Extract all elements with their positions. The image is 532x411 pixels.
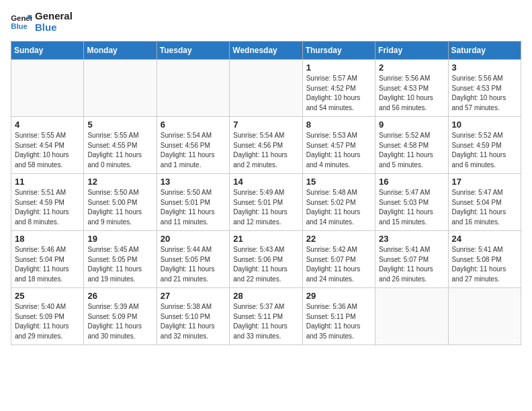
day-number: 15 [306,177,371,187]
day-info: Sunrise: 5:43 AM Sunset: 5:06 PM Dayligh… [233,245,298,284]
day-number: 25 [15,291,80,301]
calendar-cell: 15Sunrise: 5:48 AM Sunset: 5:02 PM Dayli… [302,174,375,231]
calendar-cell: 8Sunrise: 5:53 AM Sunset: 4:57 PM Daylig… [302,117,375,174]
calendar-cell: 7Sunrise: 5:54 AM Sunset: 4:56 PM Daylig… [230,117,302,174]
day-info: Sunrise: 5:55 AM Sunset: 4:55 PM Dayligh… [87,131,152,170]
day-info: Sunrise: 5:53 AM Sunset: 4:57 PM Dayligh… [306,131,371,170]
calendar-cell: 27Sunrise: 5:38 AM Sunset: 5:10 PM Dayli… [157,288,229,345]
day-info: Sunrise: 5:42 AM Sunset: 5:07 PM Dayligh… [306,245,371,284]
page-header: General Blue General Blue [11,11,521,33]
day-number: 10 [452,120,517,130]
logo-icon: General Blue [11,13,32,32]
day-number: 5 [87,120,152,130]
calendar-cell: 9Sunrise: 5:52 AM Sunset: 4:58 PM Daylig… [375,117,448,174]
day-number: 27 [161,291,226,301]
calendar-cell [230,60,302,117]
weekday-header-wednesday: Wednesday [230,42,302,60]
calendar-cell: 13Sunrise: 5:50 AM Sunset: 5:01 PM Dayli… [157,174,229,231]
calendar-table: SundayMondayTuesdayWednesdayThursdayFrid… [11,41,521,345]
day-info: Sunrise: 5:45 AM Sunset: 5:05 PM Dayligh… [87,245,152,284]
day-info: Sunrise: 5:49 AM Sunset: 5:01 PM Dayligh… [233,188,298,227]
day-info: Sunrise: 5:36 AM Sunset: 5:11 PM Dayligh… [306,302,371,341]
day-info: Sunrise: 5:41 AM Sunset: 5:08 PM Dayligh… [452,245,517,284]
calendar-cell: 24Sunrise: 5:41 AM Sunset: 5:08 PM Dayli… [448,231,521,288]
calendar-cell: 5Sunrise: 5:55 AM Sunset: 4:55 PM Daylig… [84,117,157,174]
day-number: 22 [306,234,371,244]
svg-text:Blue: Blue [11,21,28,30]
day-number: 17 [452,177,517,187]
week-row-4: 18Sunrise: 5:46 AM Sunset: 5:04 PM Dayli… [11,231,521,288]
day-number: 26 [87,291,152,301]
calendar-cell: 19Sunrise: 5:45 AM Sunset: 5:05 PM Dayli… [84,231,157,288]
calendar-cell: 1Sunrise: 5:57 AM Sunset: 4:52 PM Daylig… [302,60,375,117]
day-number: 3 [452,62,517,73]
calendar-cell: 16Sunrise: 5:47 AM Sunset: 5:03 PM Dayli… [375,174,448,231]
week-row-2: 4Sunrise: 5:55 AM Sunset: 4:54 PM Daylig… [11,117,521,174]
day-number: 8 [306,120,371,130]
day-info: Sunrise: 5:52 AM Sunset: 4:58 PM Dayligh… [379,131,444,170]
weekday-header-saturday: Saturday [448,42,521,60]
weekday-header-monday: Monday [84,42,157,60]
day-number: 2 [379,62,444,73]
calendar-cell: 22Sunrise: 5:42 AM Sunset: 5:07 PM Dayli… [302,231,375,288]
calendar-cell: 29Sunrise: 5:36 AM Sunset: 5:11 PM Dayli… [302,288,375,345]
day-info: Sunrise: 5:48 AM Sunset: 5:02 PM Dayligh… [306,188,371,227]
day-number: 18 [15,234,80,244]
calendar-cell: 17Sunrise: 5:47 AM Sunset: 5:04 PM Dayli… [448,174,521,231]
day-info: Sunrise: 5:44 AM Sunset: 5:05 PM Dayligh… [161,245,226,284]
week-row-5: 25Sunrise: 5:40 AM Sunset: 5:09 PM Dayli… [11,288,521,345]
calendar-cell: 11Sunrise: 5:51 AM Sunset: 4:59 PM Dayli… [11,174,84,231]
logo: General Blue General Blue [11,11,73,33]
calendar-cell [84,60,157,117]
calendar-cell: 21Sunrise: 5:43 AM Sunset: 5:06 PM Dayli… [230,231,302,288]
day-number: 23 [379,234,444,244]
logo-blue: Blue [35,22,73,34]
calendar-cell: 23Sunrise: 5:41 AM Sunset: 5:07 PM Dayli… [375,231,448,288]
calendar-cell: 18Sunrise: 5:46 AM Sunset: 5:04 PM Dayli… [11,231,84,288]
week-row-3: 11Sunrise: 5:51 AM Sunset: 4:59 PM Dayli… [11,174,521,231]
day-info: Sunrise: 5:38 AM Sunset: 5:10 PM Dayligh… [161,302,226,341]
weekday-header-thursday: Thursday [302,42,375,60]
day-number: 20 [161,234,226,244]
day-number: 9 [379,120,444,130]
calendar-cell [157,60,229,117]
day-info: Sunrise: 5:39 AM Sunset: 5:09 PM Dayligh… [87,302,152,341]
day-number: 7 [233,120,298,130]
day-info: Sunrise: 5:55 AM Sunset: 4:54 PM Dayligh… [15,131,80,170]
calendar-cell: 20Sunrise: 5:44 AM Sunset: 5:05 PM Dayli… [157,231,229,288]
day-number: 12 [87,177,152,187]
day-number: 13 [161,177,226,187]
day-info: Sunrise: 5:54 AM Sunset: 4:56 PM Dayligh… [233,131,298,170]
calendar-cell: 3Sunrise: 5:56 AM Sunset: 4:53 PM Daylig… [448,60,521,117]
day-number: 4 [15,120,80,130]
calendar-cell: 25Sunrise: 5:40 AM Sunset: 5:09 PM Dayli… [11,288,84,345]
calendar-cell: 6Sunrise: 5:54 AM Sunset: 4:56 PM Daylig… [157,117,229,174]
day-number: 19 [87,234,152,244]
calendar-cell: 10Sunrise: 5:52 AM Sunset: 4:59 PM Dayli… [448,117,521,174]
calendar-cell: 26Sunrise: 5:39 AM Sunset: 5:09 PM Dayli… [84,288,157,345]
day-info: Sunrise: 5:46 AM Sunset: 5:04 PM Dayligh… [15,245,80,284]
weekday-header-tuesday: Tuesday [157,42,229,60]
day-info: Sunrise: 5:56 AM Sunset: 4:53 PM Dayligh… [379,74,444,113]
day-info: Sunrise: 5:50 AM Sunset: 5:01 PM Dayligh… [161,188,226,227]
day-number: 6 [161,120,226,130]
day-info: Sunrise: 5:47 AM Sunset: 5:03 PM Dayligh… [379,188,444,227]
calendar-cell [448,288,521,345]
weekday-header-sunday: Sunday [11,42,84,60]
day-info: Sunrise: 5:51 AM Sunset: 4:59 PM Dayligh… [15,188,80,227]
weekday-header-friday: Friday [375,42,448,60]
day-info: Sunrise: 5:54 AM Sunset: 4:56 PM Dayligh… [161,131,226,170]
day-info: Sunrise: 5:56 AM Sunset: 4:53 PM Dayligh… [452,74,517,113]
calendar-cell: 28Sunrise: 5:37 AM Sunset: 5:11 PM Dayli… [230,288,302,345]
calendar-cell: 4Sunrise: 5:55 AM Sunset: 4:54 PM Daylig… [11,117,84,174]
day-number: 1 [306,62,371,73]
calendar-cell: 14Sunrise: 5:49 AM Sunset: 5:01 PM Dayli… [230,174,302,231]
calendar-cell [375,288,448,345]
day-info: Sunrise: 5:57 AM Sunset: 4:52 PM Dayligh… [306,74,371,113]
day-info: Sunrise: 5:47 AM Sunset: 5:04 PM Dayligh… [452,188,517,227]
day-number: 21 [233,234,298,244]
day-number: 11 [15,177,80,187]
day-number: 24 [452,234,517,244]
day-info: Sunrise: 5:52 AM Sunset: 4:59 PM Dayligh… [452,131,517,170]
week-row-1: 1Sunrise: 5:57 AM Sunset: 4:52 PM Daylig… [11,60,521,117]
